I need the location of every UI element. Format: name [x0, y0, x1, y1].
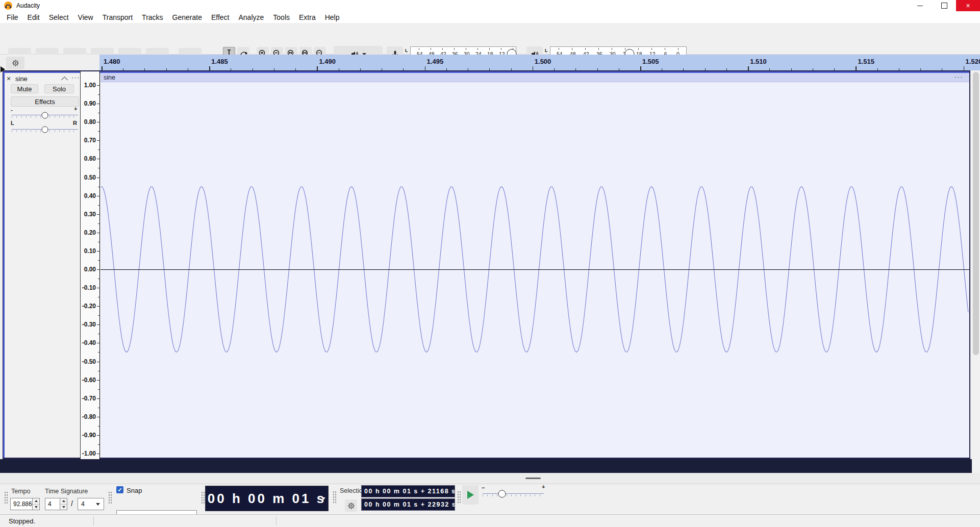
time-signature-spinner[interactable]	[60, 498, 67, 510]
ruler-tick	[98, 315, 99, 316]
clip-menu-button[interactable]: ···	[954, 73, 964, 81]
below-tracks-area	[0, 459, 972, 473]
time-signature-upper-input[interactable]: 4	[45, 498, 60, 510]
minimize-button[interactable]	[908, 0, 932, 11]
ruler-tick	[97, 435, 99, 436]
time-signature-lower-select[interactable]: 4	[78, 498, 104, 510]
play-at-speed-button[interactable]	[462, 485, 479, 505]
status-divider	[93, 516, 94, 525]
time-signature-slash: /	[71, 499, 73, 508]
menu-tracks[interactable]: Tracks	[137, 13, 167, 21]
tempo-spinner[interactable]	[33, 498, 40, 510]
track-menu-button[interactable]: ···	[71, 73, 80, 81]
gain-plus-label: +	[74, 106, 77, 112]
ruler-tick	[97, 214, 99, 215]
timeline-ticks[interactable]: 1.4801.4851.4901.4951.5001.5051.5101.515…	[99, 55, 980, 70]
ruler-tick	[97, 398, 99, 399]
pan-right-label: R	[73, 120, 77, 126]
ruler-tick	[98, 297, 99, 297]
ruler-tick	[97, 140, 99, 141]
mute-button[interactable]: Mute	[11, 84, 38, 93]
timeline-label: 1.500	[535, 58, 551, 65]
track-name[interactable]: sine	[15, 75, 28, 83]
time-display-grip[interactable]	[201, 491, 205, 505]
menu-view[interactable]: View	[73, 13, 98, 21]
ruler-label: -0.30	[82, 321, 96, 328]
selection-start-field[interactable]: 00 h 00 m 01 s + 21168 s	[361, 485, 455, 497]
timeline-label: 1.485	[211, 58, 228, 65]
track-close-button[interactable]: ×	[7, 74, 11, 83]
maximize-button[interactable]	[932, 0, 956, 11]
ruler-label: -0.10	[82, 284, 96, 291]
menu-help[interactable]: Help	[320, 13, 344, 21]
ruler-tick	[97, 122, 99, 122]
menu-generate[interactable]: Generate	[168, 13, 207, 21]
zero-amplitude-line	[100, 269, 969, 270]
meter-scale-tick	[585, 48, 586, 50]
ruler-tick	[98, 131, 99, 132]
vertical-scrollbar-thumb[interactable]	[973, 72, 979, 355]
horizontal-scrollbar[interactable]	[0, 473, 980, 484]
ruler-tick	[98, 444, 99, 445]
snap-grip[interactable]	[108, 491, 112, 505]
menu-analyze[interactable]: Analyze	[234, 13, 269, 21]
waveform-area[interactable]	[100, 82, 969, 458]
menu-select[interactable]: Select	[44, 13, 73, 21]
resize-sash-handle[interactable]	[525, 478, 541, 479]
menu-tools[interactable]: Tools	[268, 13, 294, 21]
ruler-tick	[97, 85, 99, 86]
audio-position-display[interactable]: 00 h 00 m 01 s	[205, 486, 329, 511]
clip-name[interactable]: sine	[104, 74, 115, 81]
close-button[interactable]: ×	[956, 0, 980, 11]
ruler-label: 0.90	[84, 100, 96, 107]
effects-button[interactable]: Effects	[11, 96, 79, 107]
selection-options-button[interactable]	[345, 499, 357, 512]
menu-bar: FileEditSelectViewTransportTracksGenerat…	[0, 11, 980, 23]
ruler-tick	[98, 242, 99, 242]
timeline-tick	[425, 66, 426, 70]
ruler-label: 0.40	[84, 192, 96, 199]
track-collapse-chevron-icon[interactable]	[61, 77, 68, 83]
pan-slider-thumb[interactable]	[42, 127, 48, 133]
timeline-label: 1.510	[750, 58, 767, 65]
menu-effect[interactable]: Effect	[207, 13, 234, 21]
speed-plus-label: +	[542, 484, 545, 490]
timeline-label: 1.495	[427, 58, 444, 65]
vertical-scale-ruler[interactable]: 1.000.900.800.700.600.500.400.300.200.10…	[80, 71, 100, 459]
play-at-speed-grip[interactable]	[457, 491, 461, 504]
meter-scale-tick	[559, 48, 559, 50]
ruler-tick	[98, 205, 99, 206]
menu-edit[interactable]: Edit	[23, 13, 44, 21]
selection-end-field[interactable]: 00 h 00 m 01 s + 22932 s	[361, 498, 455, 511]
selection-grip[interactable]	[333, 491, 337, 504]
gain-slider-thumb[interactable]	[42, 112, 48, 119]
ruler-tick	[98, 334, 99, 334]
pan-left-label: L	[11, 120, 14, 126]
status-divider	[276, 516, 277, 525]
meter-scale-tick	[625, 48, 625, 50]
gear-icon	[12, 59, 19, 67]
ruler-tick	[98, 426, 99, 426]
snap-checkbox[interactable]: ✓	[116, 486, 123, 493]
timeline-options-button[interactable]	[6, 57, 24, 69]
speed-slider-track[interactable]	[483, 493, 544, 494]
menu-file[interactable]: File	[2, 13, 23, 21]
ruler-tick	[97, 306, 99, 307]
meter-scale-tick	[598, 48, 599, 50]
ruler-label: 0.30	[84, 211, 96, 218]
ruler-label: 0.60	[84, 155, 96, 162]
timeline-ruler[interactable]: 1.4801.4851.4901.4951.5001.5051.5101.515…	[0, 55, 980, 70]
chevron-down-icon	[96, 503, 100, 506]
time-toolbar-grip[interactable]	[4, 491, 8, 505]
menu-transport[interactable]: Transport	[98, 13, 137, 21]
toolbar: Audio Setup LR -54-48-42-36-30-24-18-12-…	[0, 23, 980, 55]
play-icon	[467, 491, 474, 499]
menu-extra[interactable]: Extra	[294, 13, 320, 21]
ruler-label: -0.80	[82, 413, 96, 420]
ruler-label: -0.50	[82, 358, 96, 365]
track-control-panel[interactable]: × sine ··· Mute Solo Effects - + L R	[5, 73, 80, 458]
speed-slider-thumb[interactable]	[498, 490, 506, 498]
solo-button[interactable]: Solo	[44, 84, 74, 93]
clip-header[interactable]: sine ···	[100, 73, 969, 82]
tempo-input[interactable]: 92.886	[10, 498, 33, 510]
